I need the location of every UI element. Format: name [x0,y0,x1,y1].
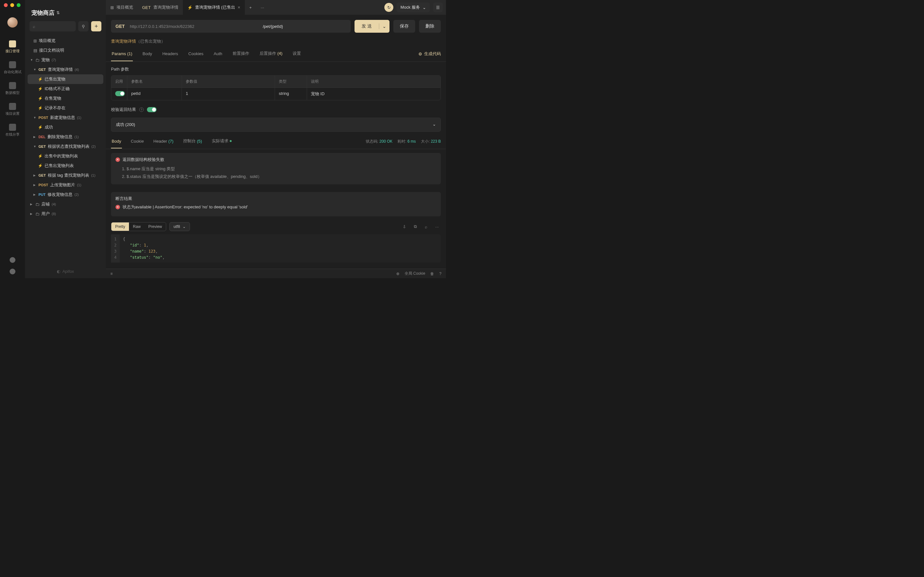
resp-tab-header[interactable]: Header (7) [153,139,174,148]
mode-pretty[interactable]: Pretty [111,222,129,231]
path-params-title: Path 参数 [106,62,446,75]
response-body[interactable]: 1234 { "id": 1, "name": 123, "status": "… [111,234,441,263]
tab-query[interactable]: GET查询宠物详情 [137,0,183,15]
case-sold-list[interactable]: ⚡已售出宠物列表 [27,161,103,171]
status-select[interactable]: 成功 (200)⌄ [111,118,441,132]
case-sold[interactable]: ⚡已售出宠物 [27,74,103,84]
tab-settings[interactable]: 设置 [292,46,302,61]
more-icon[interactable]: ··· [433,223,441,230]
tab-params[interactable]: Params (1) [111,47,133,61]
add-button[interactable]: + [91,21,102,31]
chevron-down-icon[interactable]: ⌄ [379,24,389,29]
tab-query-sold[interactable]: ⚡查询宠物详情 (已售出× [183,0,245,15]
settings-icon[interactable] [10,269,15,274]
api-by-tag[interactable]: ▶GET根据 tag 查找宠物列表(1) [27,171,103,180]
folder-shop[interactable]: ▶🗀店铺(4) [27,199,103,209]
tab-add[interactable]: + [245,0,256,15]
validate-toggle[interactable] [147,107,157,112]
mode-raw[interactable]: Raw [129,222,144,231]
gen-code-button[interactable]: ⚙生成代码 [418,47,441,61]
cookie-icon: ⊕ [396,271,399,276]
menu-button[interactable]: ☰ [433,3,443,12]
param-desc[interactable]: 宠物 ID [307,88,441,100]
resp-tab-actual[interactable]: 实际请求 [211,138,232,149]
project-title[interactable]: 宠物商店⇅ [25,3,106,21]
tab-cookies[interactable]: Cookies [188,47,204,61]
api-by-status[interactable]: ▼GET根据状态查找宠物列表(2) [27,142,103,151]
global-cookie[interactable]: 全局 Cookie [405,271,425,276]
avatar[interactable] [7,17,18,27]
logo-icon: ◐ [57,269,60,274]
share-icon [9,124,16,131]
dot-icon [230,140,232,142]
api-query-detail[interactable]: ▼GET查询宠物详情(4) [27,65,103,74]
response-meta: 状态码: 200 OK 耗时: 6 ms 大小: 223 B [366,139,441,148]
resp-tab-console[interactable]: 控制台 (5) [183,138,203,149]
resp-tab-body[interactable]: Body [111,139,122,148]
enable-toggle[interactable] [115,91,125,96]
tab-auth[interactable]: Auth [213,47,223,61]
api-modify[interactable]: ▶PUT修改宠物信息(2) [27,190,103,199]
env-select[interactable]: Mock 服务⌄ [397,3,430,12]
download-icon[interactable]: ⇩ [401,223,408,230]
folder-pets[interactable]: ▼🗀宠物(7) [27,55,103,65]
folder-user[interactable]: ▶🗀用户(8) [27,209,103,219]
tab-overview[interactable]: ⊞项目概览 [106,0,137,15]
method-select[interactable]: GET [115,24,125,29]
encoding-select[interactable]: utf8⌄ [170,222,190,231]
chevron-down-icon: ⌄ [183,224,186,229]
rail-automation[interactable]: 自动化测试 [0,58,25,77]
case-on-sale[interactable]: ⚡在售宠物 [27,93,103,103]
validation-panel: ✕返回数据结构校验失败 1. $.name 应当是 string 类型 2. $… [111,153,441,184]
view-mode-segment: Pretty Raw Preview [111,222,166,231]
api-create[interactable]: ▼POST新建宠物信息(1) [27,113,103,122]
refresh-button[interactable]: ↻ [384,3,393,12]
help-icon[interactable]: ? [439,271,441,276]
main: ⊞项目概览 GET查询宠物详情 ⚡查询宠物详情 (已售出× + ··· ↻ Mo… [106,0,446,278]
tab-more[interactable]: ··· [256,0,268,15]
resp-tab-cookie[interactable]: Cookie [130,139,144,148]
mode-preview[interactable]: Preview [144,222,166,231]
rail-share[interactable]: 在线分享 [0,121,25,140]
case-selling-list[interactable]: ⚡出售中的宠物列表 [27,151,103,161]
bell-icon[interactable] [10,257,15,263]
param-value[interactable]: 1 [182,88,275,100]
sidebar-overview[interactable]: ⊞项目概览 [27,36,103,45]
nav-rail: 接口管理 自动化测试 数据模型 项目设置 在线分享 [0,0,25,278]
sidebar-doc[interactable]: ▤接口文档说明 [27,45,103,55]
rail-data-model[interactable]: 数据模型 [0,79,25,98]
tab-headers[interactable]: Headers [162,47,179,61]
search-input[interactable]: ⌕ [29,21,76,31]
trash-icon[interactable]: 🗑 [430,271,434,276]
param-name[interactable]: petId [128,88,182,100]
param-table: 启用 参数名 参数值 类型 说明 petId 1 string 宠物 ID [111,75,441,100]
assertion-panel: 断言结果 ✕状态为available | AssertionError: exp… [111,192,441,216]
rail-api-mgmt[interactable]: 接口管理 [0,37,25,57]
case-not-found[interactable]: ⚡记录不存在 [27,103,103,113]
case-bad-id[interactable]: ⚡ID格式不正确 [27,84,103,93]
api-upload[interactable]: ▶POST上传宠物图片(1) [27,180,103,190]
delete-button[interactable]: 删除 [419,20,441,33]
help-icon[interactable]: ? [139,107,144,112]
copy-icon[interactable]: ⧉ [411,223,419,230]
filter-button[interactable]: ⚲ [78,21,89,31]
search-icon[interactable]: ⌕ [422,223,430,230]
param-type[interactable]: string [275,88,307,100]
flask-icon [9,61,16,68]
sidebar: 宠物商店⇅ ⌕ ⚲ + ⊞项目概览 ▤接口文档说明 ▼🗀宠物(7) ▼GET查询… [25,0,106,278]
model-icon [9,82,16,89]
param-tabs: Params (1) Body Headers Cookies Auth 前置操… [106,46,446,62]
chevron-down-icon: ⌄ [423,5,426,10]
tab-body[interactable]: Body [142,47,153,61]
close-icon[interactable]: × [238,5,240,10]
rail-settings[interactable]: 项目设置 [0,100,25,119]
case-create-ok[interactable]: ⚡成功 [27,122,103,132]
grid-icon: ⊞ [110,5,114,10]
tab-pre[interactable]: 前置操作 [232,46,250,61]
tab-post[interactable]: 后置操作 (4) [259,46,283,61]
save-button[interactable]: 保存 [393,20,415,33]
toggle-panel-icon[interactable]: ≡ [110,271,113,276]
send-button[interactable]: 发 送⌄ [355,20,389,33]
url-input[interactable]: GET http://127.0.0.1:4523/mock/622362 /p… [111,20,351,33]
api-delete[interactable]: ▶DEL删除宠物信息(1) [27,132,103,142]
